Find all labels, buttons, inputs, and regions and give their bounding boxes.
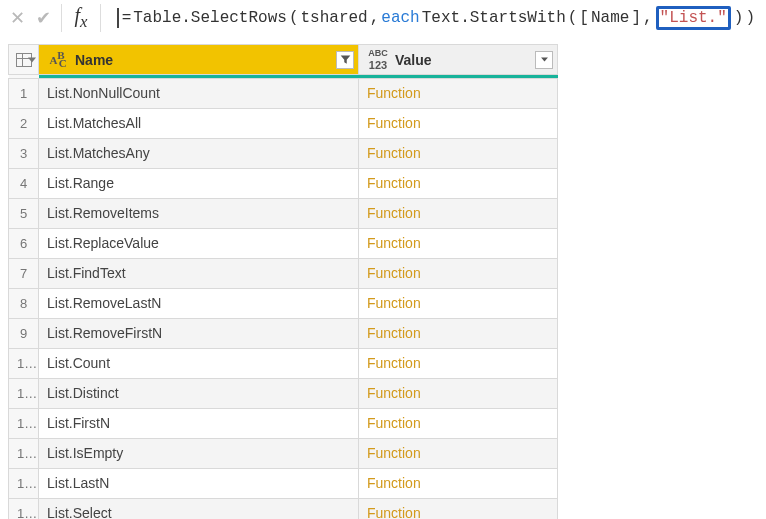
cell-name[interactable]: List.FindText [39, 258, 359, 288]
cell-name[interactable]: List.RemoveLastN [39, 288, 359, 318]
cell-name[interactable]: List.IsEmpty [39, 438, 359, 468]
row-number[interactable]: 13 [9, 438, 39, 468]
filter-applied-icon [340, 54, 351, 65]
formula-token: Name [590, 9, 630, 27]
cell-value[interactable]: Function [359, 318, 558, 348]
formula-token: ) [744, 9, 756, 27]
table-row[interactable]: 10List.CountFunction [9, 348, 558, 378]
row-number[interactable]: 7 [9, 258, 39, 288]
cell-name[interactable]: List.RemoveItems [39, 198, 359, 228]
table-row[interactable]: 13List.IsEmptyFunction [9, 438, 558, 468]
cell-name[interactable]: List.RemoveFirstN [39, 318, 359, 348]
divider [61, 4, 62, 32]
chevron-down-icon [539, 54, 550, 65]
table-row[interactable]: 8List.RemoveLastNFunction [9, 288, 558, 318]
cell-value[interactable]: Function [359, 348, 558, 378]
select-all-corner[interactable] [9, 45, 39, 75]
table-row[interactable]: 6List.ReplaceValueFunction [9, 228, 558, 258]
data-grid: ABC Name ABC123 Value [0, 44, 566, 519]
row-number[interactable]: 5 [9, 198, 39, 228]
column-header-name[interactable]: ABC Name [39, 45, 359, 75]
fx-icon[interactable]: fx [72, 4, 90, 32]
cell-value[interactable]: Function [359, 378, 558, 408]
cell-value[interactable]: Function [359, 198, 558, 228]
divider [100, 4, 101, 32]
formula-token: each [380, 9, 420, 27]
column-header-label: Name [75, 52, 113, 68]
formula-input[interactable]: = Table.SelectRows(tshared, each Text.St… [111, 6, 756, 30]
formula-token: , [642, 9, 654, 27]
cell-name[interactable]: List.Select [39, 498, 359, 519]
formula-token: , [369, 9, 381, 27]
table-row[interactable]: 7List.FindTextFunction [9, 258, 558, 288]
row-number[interactable]: 1 [9, 78, 39, 108]
formula-token: ) [733, 9, 745, 27]
cell-value[interactable]: Function [359, 468, 558, 498]
row-number[interactable]: 12 [9, 408, 39, 438]
table-row[interactable]: 1List.NonNullCountFunction [9, 78, 558, 108]
row-number[interactable]: 6 [9, 228, 39, 258]
cell-name[interactable]: List.Distinct [39, 378, 359, 408]
table-row[interactable]: 15List.SelectFunction [9, 498, 558, 519]
cell-name[interactable]: List.LastN [39, 468, 359, 498]
table-row[interactable]: 2List.MatchesAllFunction [9, 108, 558, 138]
filter-button-name[interactable] [336, 51, 354, 69]
row-number[interactable]: 10 [9, 348, 39, 378]
type-text-icon: ABC [47, 51, 69, 68]
row-number[interactable]: 11 [9, 378, 39, 408]
formula-token: [ [578, 9, 590, 27]
formula-token: "List." [656, 6, 731, 30]
formula-token: ( [288, 9, 300, 27]
cell-value[interactable]: Function [359, 78, 558, 108]
table-row[interactable]: 12List.FirstNFunction [9, 408, 558, 438]
commit-formula-button[interactable]: ✔ [36, 5, 52, 31]
cell-value[interactable]: Function [359, 108, 558, 138]
cell-name[interactable]: List.FirstN [39, 408, 359, 438]
type-any-icon: ABC123 [367, 49, 389, 71]
table-row[interactable]: 11List.DistinctFunction [9, 378, 558, 408]
formula-token: ] [630, 9, 642, 27]
cell-value[interactable]: Function [359, 408, 558, 438]
table-row[interactable]: 9List.RemoveFirstNFunction [9, 318, 558, 348]
formula-token: Table.SelectRows [132, 9, 288, 27]
formula-token: Text.StartsWith [421, 9, 567, 27]
column-header-label: Value [395, 52, 432, 68]
cell-value[interactable]: Function [359, 228, 558, 258]
cell-value[interactable]: Function [359, 138, 558, 168]
formula-token: = [121, 9, 133, 27]
text-caret [117, 8, 119, 28]
row-number[interactable]: 3 [9, 138, 39, 168]
cell-name[interactable]: List.MatchesAll [39, 108, 359, 138]
row-number[interactable]: 2 [9, 108, 39, 138]
formula-token: ( [567, 9, 579, 27]
cell-value[interactable]: Function [359, 288, 558, 318]
cell-name[interactable]: List.ReplaceValue [39, 228, 359, 258]
table-row[interactable]: 14List.LastNFunction [9, 468, 558, 498]
row-number[interactable]: 8 [9, 288, 39, 318]
row-number[interactable]: 14 [9, 468, 39, 498]
formula-bar: ✕ ✔ fx = Table.SelectRows(tshared, each … [0, 0, 766, 44]
chevron-down-icon [28, 57, 36, 62]
row-number[interactable]: 9 [9, 318, 39, 348]
cell-value[interactable]: Function [359, 258, 558, 288]
table-row[interactable]: 4List.RangeFunction [9, 168, 558, 198]
cell-name[interactable]: List.Count [39, 348, 359, 378]
cell-name[interactable]: List.MatchesAny [39, 138, 359, 168]
filter-button-value[interactable] [535, 51, 553, 69]
table-row[interactable]: 3List.MatchesAnyFunction [9, 138, 558, 168]
cancel-formula-button[interactable]: ✕ [10, 5, 26, 31]
table-row[interactable]: 5List.RemoveItemsFunction [9, 198, 558, 228]
cell-name[interactable]: List.NonNullCount [39, 78, 359, 108]
cell-value[interactable]: Function [359, 498, 558, 519]
formula-token: tshared [299, 9, 368, 27]
row-number[interactable]: 15 [9, 498, 39, 519]
row-number[interactable]: 4 [9, 168, 39, 198]
cell-value[interactable]: Function [359, 168, 558, 198]
cell-name[interactable]: List.Range [39, 168, 359, 198]
column-header-value[interactable]: ABC123 Value [359, 45, 558, 75]
cell-value[interactable]: Function [359, 438, 558, 468]
